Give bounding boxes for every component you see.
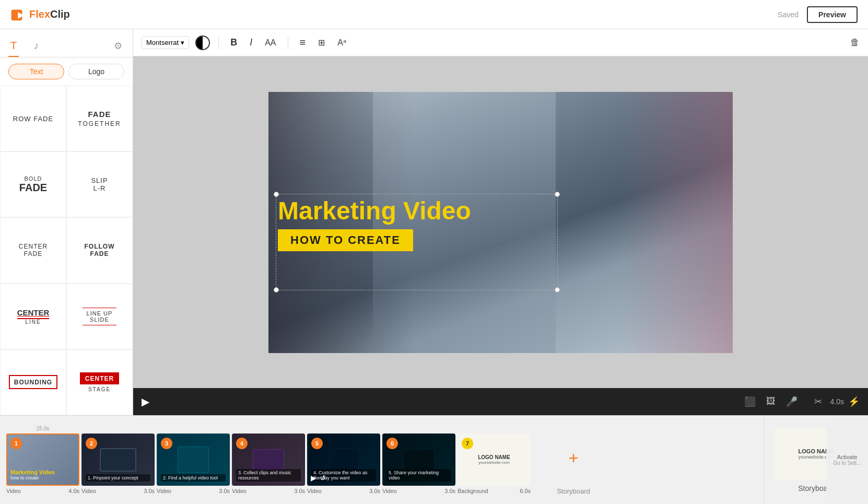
font-arrow-icon: ▾	[181, 39, 184, 46]
clip-item-4[interactable]: - 4 3. Collect clips and music resources…	[232, 426, 305, 494]
add-storyboard[interactable]: - + Storyboard	[537, 424, 610, 496]
style-bold-fade[interactable]: BOLD FADE	[0, 151, 66, 217]
add-icon: +	[569, 449, 579, 468]
style-row-fade[interactable]: ROW FADE	[0, 86, 66, 151]
clip-5-loop-icon[interactable]: ↺	[320, 474, 326, 482]
clip-sub-text-1: how to create	[10, 475, 75, 480]
tab-settings-icon[interactable]: ⚙	[112, 36, 124, 57]
clip-item-1[interactable]: 25.0s 1 Marketing Video how to create Vi…	[6, 426, 79, 494]
style-bold-fade-label1: BOLD	[19, 175, 47, 182]
font-selector[interactable]: Montserrat ▾	[142, 36, 189, 49]
style-line-up-slide-label2: SLIDE	[87, 317, 113, 323]
tab-music-icon[interactable]: ♪	[31, 36, 41, 57]
clip-duration-3: 3.0s	[219, 488, 230, 494]
tab-text-icon[interactable]: T	[8, 36, 19, 57]
italic-button[interactable]: I	[247, 35, 255, 50]
clip-thumb-5[interactable]: 5 4. Customize the video as the way you …	[307, 433, 380, 486]
toolbar-separator-1	[218, 37, 219, 49]
canvas-title: Marketing Video	[278, 196, 554, 225]
clip-overlay-1: Marketing Video how to create	[10, 469, 75, 480]
style-slip-lr-label2: L-R	[91, 184, 108, 192]
style-follow-fade[interactable]: FOLLOW FADE	[66, 217, 133, 283]
clip-label-4: Video 3.0s	[232, 488, 305, 494]
clip-duration-1: 4.0s	[68, 488, 79, 494]
panel-tabs: T ♪ ⚙	[0, 29, 133, 57]
grid-button[interactable]: ⊞	[315, 36, 328, 50]
clip-label-6: Video 3.0s	[382, 488, 455, 494]
timeline-clips: 25.0s 1 Marketing Video how to create Vi…	[0, 416, 764, 504]
style-button[interactable]: Aᵃ	[334, 36, 349, 50]
bg-right-figure	[618, 92, 733, 353]
play-button[interactable]: ▶	[142, 395, 149, 408]
style-center-line[interactable]: CENTER LINE	[0, 284, 66, 349]
sub-tabs: Text Logo	[0, 57, 133, 86]
image-icon[interactable]: 🖼	[766, 396, 776, 407]
style-bounding-rect-label: BOUNDING	[14, 379, 52, 386]
clip-thumb-6[interactable]: 6 5. Share your marketing video	[382, 433, 455, 486]
clip-item-3[interactable]: - 3 2. Find a helpful video tool Video 3…	[157, 426, 230, 494]
style-bounding-rectangle[interactable]: BOUNDING	[0, 349, 66, 415]
style-follow-fade-label2: FADE	[85, 250, 115, 257]
style-fade-together[interactable]: FADE TOGETHER	[66, 86, 133, 151]
preview-button[interactable]: Preview	[807, 6, 858, 23]
clip-3-icon	[178, 447, 209, 473]
camera-icon[interactable]: ⬛	[744, 396, 756, 407]
clip-5-play-icon[interactable]: ▶	[311, 474, 316, 482]
video-canvas[interactable]: Marketing Video HOW TO CREATE	[268, 92, 733, 353]
font-name: Montserrat	[146, 39, 179, 46]
clip-thumb-2[interactable]: 2 1. Pinpoint your concept	[81, 433, 155, 486]
style-fade-together-label2: TOGETHER	[78, 120, 121, 128]
clip-duration-4: 3.0s	[294, 488, 305, 494]
activate-line1: Activate	[837, 454, 857, 460]
align-button[interactable]: ≡	[297, 34, 309, 51]
clip-1-global-time: 25.0s	[37, 426, 49, 431]
clip-type-4: Video	[232, 488, 247, 494]
storyboard-panel: LOGO NAME yourwebsite.com Storyboard Act…	[764, 416, 868, 504]
style-line-up-slide[interactable]: LINE UP SLIDE	[66, 284, 133, 349]
color-button[interactable]	[195, 36, 210, 50]
style-bounding-rect-inner: BOUNDING	[9, 375, 57, 389]
canvas-bottom-bar: ▶ ⬛ 🖼 🎤 ✂ 4.0s ⚡	[133, 388, 868, 415]
scissors-icon[interactable]: ✂	[814, 396, 822, 407]
canvas-bottom-right: 4.0s ⚡	[830, 396, 860, 407]
clip-2-laptop-icon	[100, 448, 136, 472]
sub-tab-logo[interactable]: Logo	[68, 64, 124, 79]
clip-thumb-1[interactable]: 1 Marketing Video how to create	[6, 433, 79, 486]
style-center-fade-label1: CENTER	[19, 243, 48, 250]
style-center-fade-label2: FADE	[19, 250, 48, 257]
add-section[interactable]: +	[537, 432, 610, 484]
split-icon[interactable]: ⚡	[848, 396, 860, 407]
clip-item-5[interactable]: - 5 4. Customize the video as the way yo…	[307, 426, 380, 494]
storyboard-label: Storyboard	[557, 487, 590, 495]
activate-overlay: Activate Go to Sett...	[826, 416, 868, 504]
style-slip-lr-label1: SLIP	[91, 177, 108, 184]
topbar: FlexClip Saved Preview	[0, 0, 868, 29]
app-logo: FlexClip	[10, 6, 70, 23]
clip-type-1: Video	[6, 488, 21, 494]
clip-duration-2: 3.0s	[144, 488, 155, 494]
clip-title-text-1: Marketing Video	[10, 469, 75, 475]
clip-item-6[interactable]: - 6 5. Share your marketing video Video …	[382, 426, 455, 494]
style-center-stage[interactable]: CENTER STAGE	[66, 349, 133, 415]
style-center-stage-label2: STAGE	[80, 386, 119, 392]
clip-duration-5: 3.0s	[369, 488, 380, 494]
style-center-line-label2: LINE	[25, 319, 41, 325]
logo-flex: Flex	[29, 8, 50, 20]
bold-button[interactable]: B	[227, 35, 240, 50]
clip-item-7[interactable]: - 7 LOGO NAME yourwebsite.com Background…	[458, 426, 531, 494]
clip-7-logo-site: yourwebsite.com	[478, 460, 510, 465]
clip-6-icon	[403, 449, 435, 470]
sub-tab-text[interactable]: Text	[8, 64, 64, 79]
style-bold-fade-label2: FADE	[19, 182, 47, 194]
mic-icon[interactable]: 🎤	[786, 396, 797, 407]
clip-thumb-4[interactable]: 4 3. Collect clips and music resources	[232, 433, 305, 486]
style-slip-lr[interactable]: SLIP L-R	[66, 151, 133, 217]
style-center-stage-box: CENTER	[80, 372, 119, 384]
clip-thumb-3[interactable]: 3 2. Find a helpful video tool	[157, 433, 230, 486]
font-size-button[interactable]: AA	[262, 36, 279, 50]
clip-thumb-7[interactable]: 7 LOGO NAME yourwebsite.com	[458, 433, 531, 486]
canvas-text-box[interactable]: Marketing Video HOW TO CREATE	[278, 196, 554, 251]
delete-button[interactable]: 🗑	[850, 37, 860, 48]
style-center-fade[interactable]: CENTER FADE	[0, 217, 66, 283]
clip-item-2[interactable]: - 2 1. Pinpoint your concept Video 3.0s	[81, 426, 155, 494]
